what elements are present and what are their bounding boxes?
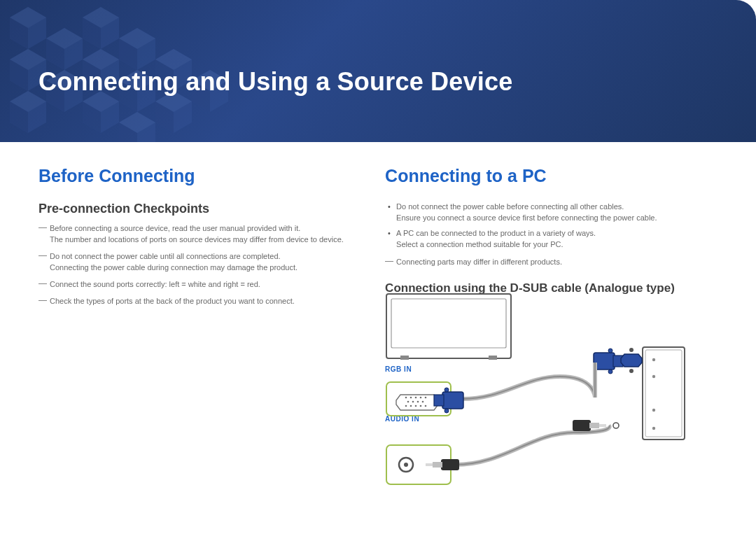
list-text: Connect the sound ports correctly: left … xyxy=(50,280,260,288)
chapter-title: Connecting and Using a Source Device xyxy=(38,67,512,97)
svg-rect-46 xyxy=(599,424,606,427)
list-item: Do not connect the power cable until all… xyxy=(38,251,357,274)
list-text: Do not connect the power cable until all… xyxy=(50,252,281,260)
subheading-checkpoints: Pre-connection Checkpoints xyxy=(38,202,357,216)
svg-point-21 xyxy=(417,400,419,402)
monitor-icon xyxy=(386,294,511,360)
svg-point-37 xyxy=(608,349,612,353)
right-column: Connecting to a PC Do not connect the po… xyxy=(385,166,718,426)
svg-point-24 xyxy=(410,405,412,407)
svg-rect-45 xyxy=(589,423,599,428)
svg-point-19 xyxy=(407,400,410,402)
svg-point-10 xyxy=(652,375,655,378)
list-text: Before connecting a source device, read … xyxy=(50,224,300,232)
svg-point-34 xyxy=(444,409,449,413)
svg-rect-42 xyxy=(433,462,442,468)
list-subtext: The number and locations of ports on sou… xyxy=(50,234,357,246)
svg-point-40 xyxy=(629,369,634,373)
svg-rect-44 xyxy=(573,420,591,431)
list-text: Check the types of ports at the back of … xyxy=(50,297,295,305)
svg-point-26 xyxy=(420,405,422,407)
svg-point-33 xyxy=(444,388,449,392)
svg-rect-43 xyxy=(426,463,433,466)
svg-point-17 xyxy=(420,396,422,398)
svg-point-30 xyxy=(404,463,408,467)
list-subtext: Ensure you connect a source device first… xyxy=(396,213,718,224)
connection-diagram xyxy=(385,293,690,510)
list-item: Check the types of ports at the back of … xyxy=(38,296,357,307)
svg-point-16 xyxy=(415,396,417,398)
svg-rect-41 xyxy=(441,459,459,470)
svg-point-9 xyxy=(652,358,655,361)
svg-point-15 xyxy=(410,396,412,398)
svg-point-20 xyxy=(412,400,414,402)
page: Connecting and Using a Source Device Bef… xyxy=(0,0,756,534)
svg-point-18 xyxy=(425,396,427,398)
section-heading-before: Before Connecting xyxy=(38,166,357,186)
list-item: A PC can be connected to the product in … xyxy=(385,228,718,251)
svg-point-25 xyxy=(415,405,417,407)
note-text: Connecting parts may differ in different… xyxy=(385,258,718,266)
list-subtext: Connecting the power cable during connec… xyxy=(50,262,357,274)
svg-point-11 xyxy=(652,409,655,412)
svg-point-12 xyxy=(652,427,655,430)
svg-rect-31 xyxy=(442,392,463,409)
svg-point-14 xyxy=(405,396,407,398)
left-column: Before Connecting Pre-connection Checkpo… xyxy=(38,166,357,426)
svg-point-27 xyxy=(425,405,427,407)
svg-rect-4 xyxy=(391,299,506,348)
list-item: Connect the sound ports correctly: left … xyxy=(38,279,357,290)
content-area: Before Connecting Pre-connection Checkpo… xyxy=(0,142,756,426)
list-subtext: Select a connection method suitable for … xyxy=(396,239,718,251)
svg-rect-8 xyxy=(645,350,682,437)
svg-rect-5 xyxy=(400,356,409,360)
svg-rect-32 xyxy=(434,395,444,406)
pc-bullets: Do not connect the power cable before co… xyxy=(385,202,718,251)
chapter-banner: Connecting and Using a Source Device xyxy=(0,0,756,142)
checkpoints-list: Before connecting a source device, read … xyxy=(38,223,357,307)
list-item: Do not connect the power cable before co… xyxy=(385,202,718,224)
svg-point-23 xyxy=(405,405,407,407)
list-item: Before connecting a source device, read … xyxy=(38,223,357,246)
svg-point-47 xyxy=(613,423,619,428)
svg-point-39 xyxy=(629,348,634,352)
audio-cable-icon xyxy=(426,420,619,470)
pc-tower-icon xyxy=(643,347,685,440)
svg-point-38 xyxy=(608,370,612,374)
list-text: A PC can be connected to the product in … xyxy=(396,229,596,237)
section-heading-pc: Connecting to a PC xyxy=(385,166,718,186)
svg-rect-6 xyxy=(489,356,497,360)
svg-point-22 xyxy=(422,400,424,402)
list-text: Do not connect the power cable before co… xyxy=(396,202,624,211)
